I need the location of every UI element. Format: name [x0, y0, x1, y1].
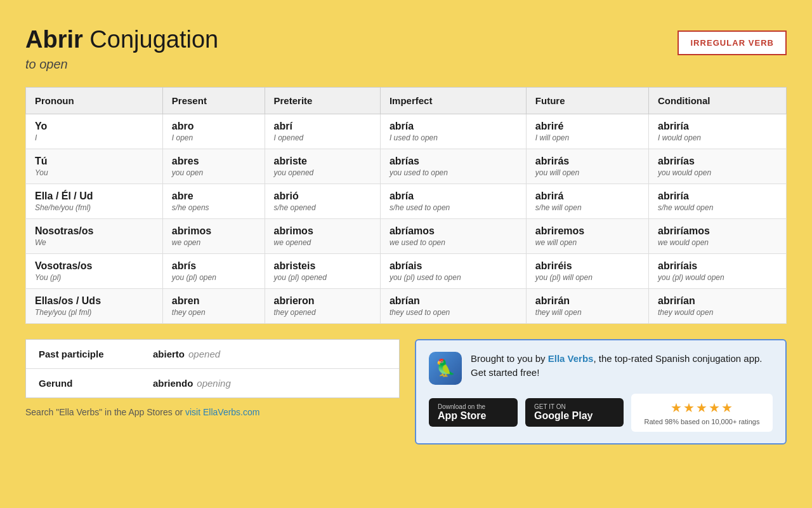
verb-main: abrimos [274, 225, 371, 237]
verb-cell: abrísyou (pl) open [162, 253, 265, 288]
verb-sub: you would open [658, 168, 777, 177]
verb-main: abrirá [535, 190, 639, 202]
verb-cell: abrimoswe opened [265, 218, 380, 253]
past-participle-word: abierto [153, 349, 185, 359]
promo-app-icon: 🦜 [429, 352, 462, 385]
verb-cell: abrirásyou will open [526, 149, 648, 184]
verb-cell: abríaI used to open [380, 114, 526, 149]
verb-sub: we opened [274, 238, 371, 247]
verb-main: abriremos [535, 225, 639, 237]
verb-sub: you (pl) open [172, 273, 256, 282]
verb-cell: abriríasyou would open [648, 149, 786, 184]
verb-cell: abriremoswe will open [526, 218, 648, 253]
pronoun-cell: Nosotras/osWe [26, 218, 163, 253]
verb-cell: abriríaisyou (pl) would open [648, 253, 786, 288]
verb-main: abriríais [658, 260, 777, 272]
promo-brand-link[interactable]: Ella Verbs [548, 353, 594, 364]
verb-sub: s/he would open [658, 203, 777, 212]
gerund-word: abriendo [153, 378, 193, 389]
past-participle-value: abiertoopened [140, 340, 399, 369]
verb-main: abrirán [535, 295, 639, 307]
col-future: Future [526, 87, 648, 114]
pronoun-main: Nosotras/os [35, 225, 154, 237]
title-rest: Conjugation [83, 26, 218, 53]
verb-main: abrimos [172, 225, 256, 237]
verb-cell: abríamoswe used to open [380, 218, 526, 253]
promo-description: Brought to you by Ella Verbs, the top-ra… [471, 352, 773, 380]
verb-cell: abrirás/he will open [526, 184, 648, 218]
verb-main: abrías [390, 156, 517, 167]
verb-cell: abrías/he used to open [380, 184, 526, 218]
verb-cell: abrirías/he would open [648, 184, 786, 218]
search-text: Search "Ella Verbs" in the App Stores or… [25, 407, 400, 417]
verb-main: abriréis [535, 260, 639, 272]
pronoun-sub: We [35, 238, 154, 247]
verb-sub: s/he used to open [390, 203, 517, 212]
verb-main: abrirían [658, 295, 777, 307]
app-store-button[interactable]: Download on the App Store [429, 398, 518, 427]
verb-main: abriríamos [658, 225, 777, 237]
past-participle-row: Past participle abiertoopened [26, 340, 399, 369]
verb-cell: abriránthey will open [526, 288, 648, 323]
pronoun-cell: TúYou [26, 149, 163, 184]
verb-sub: s/he opened [274, 203, 371, 212]
table-row: Ella / Él / UdShe/he/you (fml)abres/he o… [26, 184, 787, 218]
page-title: Abrir Conjugation [25, 25, 218, 55]
verb-cell: abroI open [162, 114, 265, 149]
pronoun-cell: Ella / Él / UdShe/he/you (fml) [26, 184, 163, 218]
table-row: Vosotras/osYou (pl)abrísyou (pl) openabr… [26, 253, 787, 288]
verb-sub: I would open [658, 133, 777, 142]
title-block: Abrir Conjugation to open [25, 25, 218, 72]
pronoun-sub: I [35, 133, 154, 142]
verb-sub: you (pl) opened [274, 273, 371, 282]
gerund-value: abriendoopening [140, 368, 399, 398]
table-row: TúYouabresyou openabristeyou openedabría… [26, 149, 787, 184]
verb-sub: you opened [274, 168, 371, 177]
gerund-label: Gerund [26, 368, 140, 398]
app-store-big-text: App Store [438, 410, 486, 422]
past-participle-translation: opened [188, 349, 220, 359]
verb-main: abrí [274, 121, 371, 132]
verb-sub: you (pl) used to open [390, 273, 517, 282]
verb-main: abría [390, 190, 517, 202]
conjugation-table: Pronoun Present Preterite Imperfect Futu… [25, 87, 787, 324]
verb-sub: we used to open [390, 238, 517, 247]
promo-header: 🦜 Brought to you by Ella Verbs, the top-… [429, 352, 773, 385]
verb-cell: abriríanthey would open [648, 288, 786, 323]
rating-text: Rated 98% based on 10,000+ ratings [645, 418, 760, 425]
verb-cell: abriríamoswe would open [648, 218, 786, 253]
pronoun-main: Vosotras/os [35, 260, 154, 272]
verb-sub: they would open [658, 308, 777, 317]
col-conditional: Conditional [648, 87, 786, 114]
bottom-left: Past participle abiertoopened Gerund abr… [25, 339, 400, 417]
table-row: YoIabroI openabríI openedabríaI used to … [26, 114, 787, 149]
verb-sub: they open [172, 308, 256, 317]
gerund-translation: opening [197, 378, 230, 389]
verb-cell: abresyou open [162, 149, 265, 184]
verb-main: abren [172, 295, 256, 307]
page-header: Abrir Conjugation to open IRREGULAR VERB [25, 25, 787, 72]
col-pronoun: Pronoun [26, 87, 163, 114]
pronoun-main: Ellas/os / Uds [35, 295, 154, 307]
verb-cell: abrenthey open [162, 288, 265, 323]
verb-sub: you open [172, 168, 256, 177]
promo-icon-emoji: 🦜 [435, 358, 455, 378]
pronoun-sub: She/he/you (fml) [35, 203, 154, 212]
verb-cell: abriós/he opened [265, 184, 380, 218]
google-play-button[interactable]: GET IT ON Google Play [525, 398, 624, 427]
pronoun-cell: Vosotras/osYou (pl) [26, 253, 163, 288]
verb-cell: abriréisyou (pl) will open [526, 253, 648, 288]
ella-verbs-link[interactable]: visit EllaVerbs.com [185, 407, 259, 417]
verb-sub: s/he will open [535, 203, 639, 212]
verb-sub: we would open [658, 238, 777, 247]
app-store-small-text: Download on the [438, 403, 485, 410]
verb-cell: abrieronthey opened [265, 288, 380, 323]
promo-box: 🦜 Brought to you by Ella Verbs, the top-… [415, 339, 787, 444]
rating-box: ★★★★★ Rated 98% based on 10,000+ ratings [631, 394, 773, 432]
search-prefix: Search "Ella Verbs" in the App Stores or [25, 407, 185, 417]
verb-main: abrís [172, 260, 256, 272]
table-header-row: Pronoun Present Preterite Imperfect Futu… [26, 87, 787, 114]
verb-sub: I used to open [390, 133, 517, 142]
verb-sub: they opened [274, 308, 371, 317]
pronoun-sub: You (pl) [35, 273, 154, 282]
